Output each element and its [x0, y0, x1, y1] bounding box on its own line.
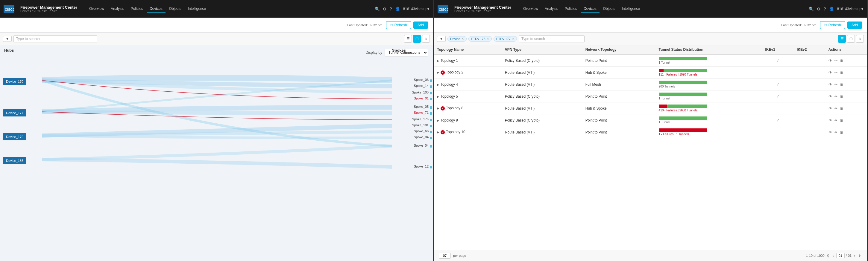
- right-add-button[interactable]: Add: [847, 22, 862, 29]
- delete-action-icon[interactable]: 🗑: [840, 59, 843, 63]
- spoke-box-06: [430, 79, 432, 82]
- right-nav-overview[interactable]: Overview: [520, 5, 541, 12]
- left-nav-objects[interactable]: Objects: [166, 5, 184, 12]
- left-list-view-icon[interactable]: ☰: [404, 35, 412, 43]
- right-map-view-icon[interactable]: ⊕: [856, 35, 864, 43]
- right-search-input[interactable]: [519, 35, 585, 42]
- first-page-btn[interactable]: ⟪: [826, 253, 830, 258]
- right-nav-intelligence[interactable]: Intelligence: [619, 5, 643, 12]
- right-search-bar: ▼ Device ✕ FTDv 176 ✕ FTDv 177 ✕ ☰ ⬡ ⊕: [434, 33, 867, 45]
- left-filter-button[interactable]: ▼: [3, 36, 12, 42]
- right-list-view-icon[interactable]: ☰: [838, 35, 846, 43]
- action-icons: 👁 ✏ 🗑: [829, 82, 864, 86]
- prev-page-btn[interactable]: ‹: [832, 253, 835, 258]
- col-topology-name: Topology Name: [434, 45, 502, 54]
- left-map-view-icon[interactable]: ⊕: [422, 35, 430, 43]
- spoke-176: Spoke_176: [412, 117, 429, 121]
- right-search-icon[interactable]: 🔍: [809, 7, 814, 11]
- filter-ftdv177[interactable]: FTDv 177 ✕: [494, 36, 517, 41]
- right-filter-button[interactable]: ▼: [437, 36, 446, 42]
- next-page-btn[interactable]: ›: [853, 253, 856, 258]
- svg-text:CISCO: CISCO: [439, 8, 448, 11]
- filter-ftdv177-remove[interactable]: ✕: [512, 37, 514, 40]
- right-username[interactable]: 816143vinekup▾: [837, 7, 863, 11]
- hub-device-177[interactable]: Device_177: [3, 109, 26, 116]
- edit-action-icon[interactable]: ✏: [835, 82, 837, 86]
- cell-ikev2: [794, 67, 826, 79]
- delete-action-icon[interactable]: 🗑: [840, 106, 843, 111]
- view-action-icon[interactable]: 👁: [829, 59, 832, 63]
- left-settings-icon[interactable]: ⚙: [383, 7, 387, 11]
- hub-device-170[interactable]: Device_170: [3, 78, 26, 85]
- left-help-icon[interactable]: ?: [390, 7, 392, 11]
- current-page-input[interactable]: [836, 253, 845, 258]
- topology-name-label: Topology 9: [441, 118, 458, 122]
- hubs-label: Hubs: [4, 48, 14, 52]
- right-nav-analysis[interactable]: Analysis: [542, 5, 561, 12]
- edit-action-icon[interactable]: ✏: [835, 71, 837, 75]
- right-breadcrumb: Devices / VPN / Site To Site: [454, 9, 511, 13]
- edit-action-icon[interactable]: ✏: [835, 106, 837, 111]
- left-topology-view-icon[interactable]: ⬡: [413, 35, 421, 43]
- filter-ftdv176[interactable]: FTDv 176 ✕: [468, 36, 492, 41]
- view-action-icon[interactable]: 👁: [829, 95, 832, 99]
- right-nav-devices[interactable]: Devices: [581, 5, 599, 12]
- left-username[interactable]: 816143vinekup▾: [403, 7, 429, 11]
- row-expand-btn[interactable]: ▶: [437, 71, 439, 74]
- cell-tunnel-status: 111 - Failures | 1990 Tunnels: [656, 67, 762, 79]
- right-help-icon[interactable]: ?: [824, 7, 826, 11]
- tunnel-green-bar: [659, 57, 707, 60]
- filter-device-remove[interactable]: ✕: [462, 37, 464, 40]
- right-settings-icon[interactable]: ⚙: [817, 7, 821, 11]
- right-nav-policies[interactable]: Policies: [562, 5, 580, 12]
- delete-action-icon[interactable]: 🗑: [840, 71, 843, 75]
- left-nav-devices[interactable]: Devices: [147, 5, 165, 12]
- view-action-icon[interactable]: 👁: [829, 82, 832, 86]
- tunnel-bar-container: 111 - Failures | 1990 Tunnels: [659, 69, 707, 76]
- left-nav-policies[interactable]: Policies: [128, 5, 146, 12]
- left-nav-intelligence[interactable]: Intelligence: [185, 5, 209, 12]
- left-add-button[interactable]: Add: [413, 22, 428, 29]
- hub-device-179[interactable]: Device_179: [3, 133, 26, 140]
- view-action-icon[interactable]: 👁: [829, 130, 832, 135]
- left-nav-overview[interactable]: Overview: [86, 5, 107, 12]
- delete-action-icon[interactable]: 🗑: [840, 118, 843, 122]
- right-refresh-button[interactable]: ↻ Refresh: [820, 21, 845, 29]
- filter-device[interactable]: Device ✕: [447, 36, 467, 41]
- right-topology-view-icon[interactable]: ⬡: [847, 35, 855, 43]
- view-action-icon[interactable]: 👁: [829, 118, 832, 122]
- topology-name-label: Topology 2: [446, 70, 463, 74]
- right-user-icon[interactable]: 👤: [829, 7, 834, 11]
- view-action-icon[interactable]: 👁: [829, 106, 832, 111]
- cell-ikev1: ✓: [762, 90, 794, 103]
- row-expand-btn[interactable]: ▶: [437, 59, 439, 63]
- right-nav-objects[interactable]: Objects: [600, 5, 618, 12]
- left-nav-analysis[interactable]: Analysis: [108, 5, 127, 12]
- edit-action-icon[interactable]: ✏: [835, 95, 837, 99]
- row-expand-btn[interactable]: ▶: [437, 83, 439, 86]
- filter-ftdv176-remove[interactable]: ✕: [487, 37, 489, 40]
- spokes-label: Spokes: [392, 48, 406, 52]
- tunnel-red-bar: [659, 105, 668, 108]
- cell-actions: 👁 ✏ 🗑: [826, 103, 867, 114]
- row-expand-btn[interactable]: ▶: [437, 95, 439, 98]
- row-expand-btn[interactable]: ▶: [437, 119, 439, 122]
- delete-action-icon[interactable]: 🗑: [840, 82, 843, 86]
- edit-action-icon[interactable]: ✏: [835, 59, 837, 63]
- delete-action-icon[interactable]: 🗑: [840, 95, 843, 99]
- cell-actions: 👁 ✏ 🗑: [826, 114, 867, 126]
- view-action-icon[interactable]: 👁: [829, 71, 832, 75]
- edit-action-icon[interactable]: ✏: [835, 118, 837, 122]
- left-search-input[interactable]: [13, 35, 97, 42]
- last-page-btn[interactable]: ⟫: [858, 253, 862, 258]
- hub-device-185[interactable]: Device_185: [3, 157, 26, 164]
- left-search-icon[interactable]: 🔍: [375, 7, 380, 11]
- per-page-input[interactable]: [439, 253, 451, 259]
- row-expand-btn[interactable]: ▶: [437, 130, 439, 134]
- row-expand-btn[interactable]: ▶: [437, 107, 439, 110]
- left-refresh-button[interactable]: ↻ Refresh: [386, 21, 411, 29]
- edit-action-icon[interactable]: ✏: [835, 130, 837, 135]
- spoke-box-14: [430, 85, 432, 88]
- left-user-icon[interactable]: 👤: [395, 7, 400, 11]
- delete-action-icon[interactable]: 🗑: [840, 130, 843, 135]
